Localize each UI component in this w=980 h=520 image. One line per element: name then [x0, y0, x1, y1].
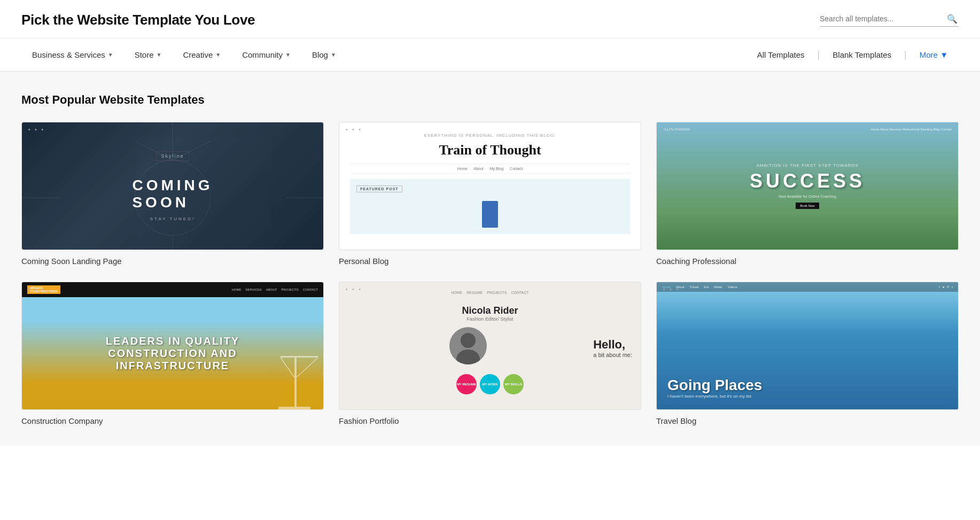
construction-nav: SPHERECONSTRUCTIONS HOMESERVICESABOUTPRO…: [22, 282, 323, 297]
blog-tagline: EVERYTHING IS PERSONAL. INCLUDING THIS B…: [350, 133, 630, 138]
nav-left: Business & Services ▼ Store ▼ Creative ▼…: [21, 38, 746, 71]
portfolio-avatar: [449, 327, 487, 364]
svg-point-6: [135, 160, 211, 236]
svg-rect-11: [278, 407, 310, 409]
nav-label-community: Community: [242, 50, 283, 59]
template-thumbnail-portfolio: HOMERESUMEPROJECTSCONTACT Nicola Rider F…: [339, 282, 641, 410]
header: Pick the Website Template You Love 🔍: [0, 0, 980, 38]
nav-right: All Templates | Blank Templates | More ▼: [746, 38, 959, 71]
search-wrapper: 🔍: [820, 14, 959, 27]
blank-templates-link[interactable]: Blank Templates: [822, 38, 902, 71]
nav-label-blog: Blog: [312, 50, 328, 59]
travel-nav: Home AboutTravelEatRelaxVideos f●Pt: [657, 282, 958, 292]
chevron-down-icon: ▼: [331, 52, 336, 58]
portfolio-buttons: MY RESUME MY WORK MY SKILLS: [348, 374, 632, 394]
nav-divider-2: |: [902, 49, 909, 60]
template-name-portfolio: Fashion Portfolio: [339, 416, 641, 425]
chevron-down-icon: ▼: [215, 52, 221, 58]
nav-item-community[interactable]: Community ▼: [231, 38, 301, 71]
nav-label-store: Store: [135, 50, 154, 59]
search-input[interactable]: [820, 14, 943, 23]
portfolio-nav: HOMERESUMEPROJECTSCONTACT: [348, 291, 632, 294]
template-thumbnail-coming-soon: Skyline COMINGSOON STAY TUNED!: [21, 122, 324, 250]
chevron-down-icon: ▼: [285, 52, 291, 58]
blog-nav: Home About My Blog Contact: [350, 164, 630, 174]
travel-content: Going Places I haven't been everywhere, …: [667, 377, 762, 399]
blog-title: Train of Thought: [350, 142, 630, 158]
template-card-coaching[interactable]: ALLAN JOHNSON Home About Services Motiva…: [656, 122, 959, 266]
template-name-construction: Construction Company: [21, 416, 324, 425]
featured-post: FEATURED POST: [350, 179, 630, 234]
svg-line-5: [135, 141, 173, 160]
chevron-down-icon: ▼: [108, 52, 113, 58]
nav-item-creative[interactable]: Creative ▼: [172, 38, 231, 71]
coaching-content: AMBITION IS THE FIRST STEP TOWARDS SUCCE…: [750, 163, 865, 209]
main-content: Most Popular Website Templates Skyline C…: [0, 72, 980, 446]
nav-item-store[interactable]: Store ▼: [124, 38, 173, 71]
portfolio-name: Nicola Rider: [348, 305, 632, 316]
main-nav: Business & Services ▼ Store ▼ Creative ▼…: [0, 38, 980, 72]
book-image: [482, 201, 498, 228]
all-templates-link[interactable]: All Templates: [746, 38, 815, 71]
template-name-coaching: Coaching Professional: [656, 257, 959, 266]
template-card-blog[interactable]: EVERYTHING IS PERSONAL. INCLUDING THIS B…: [339, 122, 641, 266]
template-name-blog: Personal Blog: [339, 257, 641, 266]
template-card-construction[interactable]: SPHERECONSTRUCTIONS HOMESERVICESABOUTPRO…: [21, 282, 324, 425]
svg-point-12: [461, 333, 476, 348]
chevron-down-icon: ▼: [157, 52, 162, 58]
svg-rect-7: [294, 356, 297, 409]
svg-point-13: [456, 350, 480, 364]
template-thumbnail-blog: EVERYTHING IS PERSONAL. INCLUDING THIS B…: [339, 122, 641, 250]
template-card-coming-soon[interactable]: Skyline COMINGSOON STAY TUNED! Coming So…: [21, 122, 324, 266]
coaching-nav: ALLAN JOHNSON Home About Services Motiva…: [657, 128, 958, 131]
page-title: Pick the Website Template You Love: [21, 12, 255, 28]
template-thumbnail-travel: Home AboutTravelEatRelaxVideos f●Pt Goin…: [656, 282, 959, 410]
svg-line-10: [297, 358, 318, 377]
search-icon[interactable]: 🔍: [947, 14, 958, 24]
svg-line-9: [281, 358, 294, 377]
templates-grid: Skyline COMINGSOON STAY TUNED! Coming So…: [21, 122, 959, 425]
template-name-coming-soon: Coming Soon Landing Page: [21, 257, 324, 266]
nav-item-blog[interactable]: Blog ▼: [301, 38, 347, 71]
nav-label-business: Business & Services: [32, 50, 105, 59]
template-thumbnail-coaching: ALLAN JOHNSON Home About Services Motiva…: [656, 122, 959, 250]
nav-label-creative: Creative: [183, 50, 213, 59]
template-thumbnail-construction: SPHERECONSTRUCTIONS HOMESERVICESABOUTPRO…: [21, 282, 324, 410]
chevron-down-icon: ▼: [940, 50, 948, 59]
template-name-travel: Travel Blog: [656, 416, 959, 425]
template-card-portfolio[interactable]: HOMERESUMEPROJECTSCONTACT Nicola Rider F…: [339, 282, 641, 425]
svg-rect-8: [281, 356, 318, 358]
svg-line-4: [173, 141, 211, 160]
crane-icon: [275, 345, 318, 409]
template-card-travel[interactable]: Home AboutTravelEatRelaxVideos f●Pt Goin…: [656, 282, 959, 425]
nav-divider: |: [815, 49, 822, 60]
section-title: Most Popular Website Templates: [21, 93, 959, 107]
nav-item-business[interactable]: Business & Services ▼: [21, 38, 124, 71]
portfolio-title: Fashion Editor/ Stylist: [348, 316, 632, 322]
more-link[interactable]: More ▼: [909, 38, 959, 71]
